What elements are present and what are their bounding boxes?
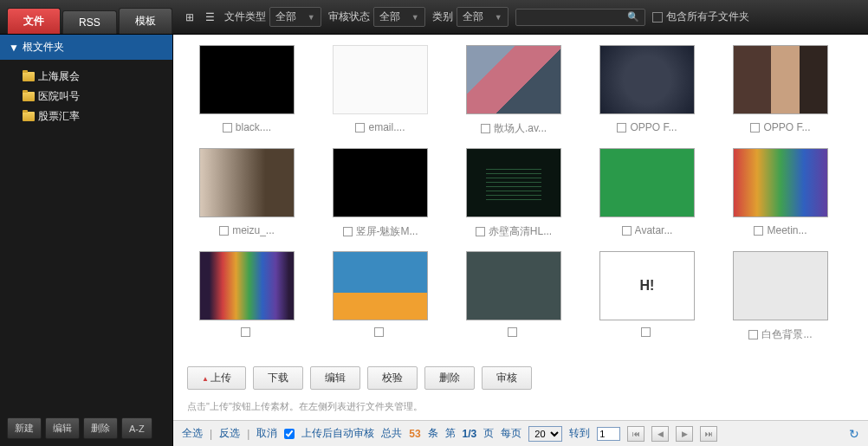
refresh-icon[interactable]: ↻ bbox=[849, 427, 859, 441]
folder-icon bbox=[23, 92, 35, 101]
next-page-button[interactable]: ▶ bbox=[676, 426, 693, 442]
top-bar: 文件 RSS 模板 ⊞ ☰ 文件类型 全部▼ 审核状态 全部▼ 类别 全部▼ 🔍… bbox=[0, 0, 868, 35]
include-subfolders-checkbox[interactable] bbox=[652, 12, 663, 23]
thumbnail-grid: black.... email.... 散场人.av... OPPO F... … bbox=[173, 35, 868, 359]
item-checkbox[interactable] bbox=[374, 327, 384, 337]
item-checkbox[interactable] bbox=[343, 227, 353, 236]
invert-selection-link[interactable]: 反选 bbox=[219, 426, 240, 441]
file-item[interactable]: OPPO F... bbox=[714, 45, 847, 136]
prev-page-button[interactable]: ◀ bbox=[651, 426, 669, 442]
sidebar-folder-item[interactable]: 股票汇率 bbox=[0, 107, 172, 126]
item-filename: 竖屏-魅族M... bbox=[356, 224, 418, 239]
chevron-down-icon: ▼ bbox=[495, 13, 502, 22]
thumbnail bbox=[199, 148, 295, 217]
total-count: 53 bbox=[409, 428, 420, 440]
file-item[interactable]: Meetin... bbox=[714, 148, 847, 239]
page-suffix: 页 bbox=[483, 426, 494, 441]
thumbnail bbox=[466, 251, 561, 320]
item-checkbox[interactable] bbox=[748, 330, 758, 339]
verify-button[interactable]: 校验 bbox=[367, 366, 418, 390]
list-view-icon[interactable]: ☰ bbox=[204, 10, 217, 24]
file-item[interactable]: 散场人.av... bbox=[447, 45, 580, 136]
first-page-button[interactable]: ⏮ bbox=[627, 426, 645, 442]
goto-input[interactable] bbox=[597, 427, 620, 441]
category-select[interactable]: 全部▼ bbox=[457, 7, 508, 27]
page-prefix: 第 bbox=[445, 426, 456, 441]
file-item[interactable]: 竖屏-魅族M... bbox=[314, 148, 447, 239]
thumbnail bbox=[466, 45, 561, 114]
sidebar-root-folder[interactable]: ▼根文件夹 bbox=[0, 35, 172, 60]
file-item[interactable]: 白色背景... bbox=[714, 251, 847, 342]
thumbnail bbox=[733, 45, 828, 114]
include-subfolders-label: 包含所有子文件夹 bbox=[666, 10, 749, 24]
item-checkbox[interactable] bbox=[481, 124, 490, 133]
tab-files[interactable]: 文件 bbox=[7, 8, 61, 34]
sidebar-folder-item[interactable]: 上海展会 bbox=[0, 67, 172, 87]
item-checkbox[interactable] bbox=[223, 123, 232, 133]
file-item[interactable]: meizu_... bbox=[180, 148, 314, 239]
sort-button[interactable]: A-Z bbox=[121, 417, 152, 439]
item-filename: black.... bbox=[236, 121, 271, 133]
item-checkbox[interactable] bbox=[617, 123, 626, 133]
item-checkbox[interactable] bbox=[750, 123, 760, 133]
thumbnail bbox=[733, 251, 828, 320]
file-item[interactable]: black.... bbox=[180, 45, 314, 136]
total-suffix: 条 bbox=[428, 426, 438, 441]
chevron-down-icon: ▼ bbox=[308, 13, 315, 22]
file-item[interactable]: email.... bbox=[314, 45, 447, 136]
delete-button[interactable]: 删除 bbox=[424, 366, 475, 390]
goto-label: 转到 bbox=[569, 426, 590, 441]
content-area: black.... email.... 散场人.av... OPPO F... … bbox=[173, 35, 868, 446]
file-item[interactable]: OPPO F... bbox=[580, 45, 714, 136]
search-input[interactable]: 🔍 bbox=[515, 9, 645, 26]
folder-tree: 上海展会 医院叫号 股票汇率 bbox=[0, 60, 172, 410]
folder-icon bbox=[23, 112, 35, 121]
item-checkbox[interactable] bbox=[355, 123, 365, 133]
item-checkbox[interactable] bbox=[476, 227, 485, 236]
thumbnail bbox=[599, 45, 695, 114]
edit-button[interactable]: 编辑 bbox=[310, 366, 360, 390]
thumbnail bbox=[333, 148, 428, 217]
item-checkbox[interactable] bbox=[622, 226, 632, 236]
item-checkbox[interactable] bbox=[641, 327, 651, 337]
sidebar-folder-item[interactable]: 医院叫号 bbox=[0, 87, 172, 107]
tab-rss[interactable]: RSS bbox=[62, 10, 117, 34]
file-item[interactable] bbox=[447, 251, 580, 342]
file-item[interactable] bbox=[314, 251, 447, 342]
thumbnail bbox=[333, 251, 428, 320]
delete-folder-button[interactable]: 删除 bbox=[83, 417, 118, 439]
new-folder-button[interactable]: 新建 bbox=[7, 417, 42, 439]
last-page-button[interactable]: ⏭ bbox=[700, 426, 717, 442]
item-checkbox[interactable] bbox=[219, 226, 229, 236]
file-item[interactable]: Avatar... bbox=[580, 148, 714, 239]
audit-status-select[interactable]: 全部▼ bbox=[373, 7, 425, 27]
thumbnail bbox=[199, 45, 295, 114]
file-type-select[interactable]: 全部▼ bbox=[269, 7, 321, 27]
per-page-select[interactable]: 20 bbox=[528, 426, 562, 442]
item-filename: 赤壁高清HL... bbox=[489, 224, 552, 239]
audit-status-label: 审核状态 bbox=[328, 10, 370, 24]
edit-folder-button[interactable]: 编辑 bbox=[45, 417, 80, 439]
per-page-label: 每页 bbox=[501, 426, 521, 441]
item-checkbox[interactable] bbox=[754, 226, 763, 236]
item-filename: OPPO F... bbox=[763, 121, 810, 133]
tab-templates[interactable]: 模板 bbox=[119, 8, 172, 34]
item-filename: 散场人.av... bbox=[494, 121, 547, 136]
file-item[interactable]: 赤壁高清HL... bbox=[447, 148, 580, 239]
audit-button[interactable]: 审核 bbox=[482, 366, 532, 390]
auto-audit-checkbox[interactable] bbox=[284, 429, 295, 439]
action-bar: 上传 下载 编辑 校验 删除 审核 点击"上传"按钮上传素材。在左侧列表进行文件… bbox=[173, 359, 868, 420]
item-filename: meizu_... bbox=[232, 224, 275, 236]
upload-button[interactable]: 上传 bbox=[187, 366, 246, 390]
select-all-link[interactable]: 全选 bbox=[182, 426, 203, 441]
item-filename: email.... bbox=[368, 121, 405, 133]
triangle-down-icon: ▼ bbox=[9, 42, 19, 54]
item-checkbox[interactable] bbox=[241, 327, 250, 337]
file-item[interactable]: H! bbox=[580, 251, 714, 342]
cancel-selection-link[interactable]: 取消 bbox=[256, 426, 277, 441]
item-checkbox[interactable] bbox=[508, 327, 517, 337]
file-item[interactable] bbox=[180, 251, 314, 342]
thumbnail bbox=[199, 251, 295, 320]
download-button[interactable]: 下载 bbox=[253, 366, 303, 390]
grid-view-icon[interactable]: ⊞ bbox=[183, 10, 197, 24]
